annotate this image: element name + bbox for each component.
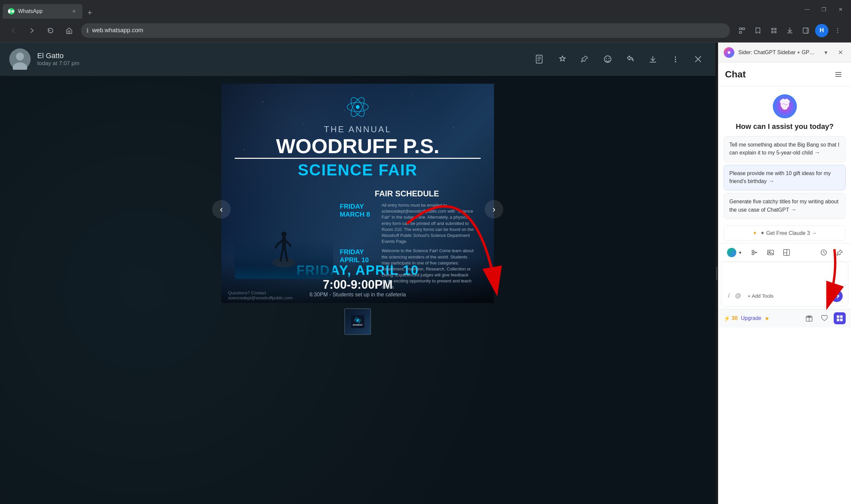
thumbnail-strip: WOODRUFF <box>221 308 494 335</box>
extensions-button[interactable] <box>767 24 781 37</box>
svg-point-12 <box>837 32 838 33</box>
poster-bottom-section: FAIR SCHEDULE FRIDAY MARCH 8 All entry f… <box>235 186 481 297</box>
send-button[interactable] <box>831 290 843 302</box>
svg-rect-4 <box>771 28 774 30</box>
chat-panel-header: Chat <box>719 62 851 86</box>
tab-bar: WhatsApp × + — ❐ ✕ <box>0 0 851 19</box>
whatsapp-favicon <box>8 8 15 15</box>
svg-rect-5 <box>774 28 777 30</box>
sidebar-toggle-button[interactable] <box>799 24 812 37</box>
layout-tool-button[interactable] <box>781 247 793 258</box>
home-button[interactable] <box>63 24 76 37</box>
sider-close-button[interactable]: ✕ <box>835 47 846 58</box>
puzzle-button[interactable] <box>834 312 846 324</box>
science-fair-poster: THE ANNUAL WOODRUFF P.S. SCIENCE FAIR <box>221 84 494 303</box>
svg-rect-8 <box>803 28 809 33</box>
lightning-icon: ⚡ <box>724 315 730 322</box>
chat-panel-menu-button[interactable] <box>832 69 844 80</box>
poster-event-name: SCIENCE FAIR <box>235 161 481 179</box>
contact-avatar <box>9 49 31 70</box>
credits-badge: ⚡ 30 <box>724 315 738 322</box>
pin-chat-button[interactable] <box>834 247 846 258</box>
chat-input-container: / @ + Add Tools <box>721 262 848 306</box>
schedule-item-1: FRIDAY MARCH 8 All entry forms must be e… <box>340 202 474 245</box>
suggestion-big-bang-text: Tell me something about the Big Bang so … <box>729 142 839 156</box>
slash-command-button[interactable]: / <box>727 291 731 301</box>
svg-point-14 <box>16 53 24 60</box>
panel-divider[interactable] <box>715 42 718 504</box>
svg-rect-59 <box>840 319 843 321</box>
mention-button[interactable]: @ <box>734 291 742 301</box>
suggestion-big-bang[interactable]: Tell me something about the Big Bang so … <box>724 136 846 162</box>
thumbnail-1[interactable]: WOODRUFF <box>344 308 371 335</box>
sider-bottom-bar: ⚡ 30 Upgrade ★ <box>719 309 851 328</box>
chat-area[interactable]: ‹ <box>0 76 715 504</box>
download-button[interactable] <box>645 51 661 67</box>
heart-button[interactable] <box>818 312 830 324</box>
profile-button[interactable]: H <box>815 24 828 37</box>
suggestion-gift-ideas[interactable]: Please provide me with 10 gift ideas for… <box>724 165 846 191</box>
whatsapp-area: El Gatto today at 7:07 pm <box>0 42 715 504</box>
chat-panel-title: Chat <box>725 69 746 80</box>
model-arrow-icon: ▾ <box>739 250 741 255</box>
svg-point-46 <box>752 253 754 255</box>
menu-button[interactable] <box>831 24 844 37</box>
main-content: El Gatto today at 7:07 pm <box>0 42 851 504</box>
history-button[interactable] <box>818 247 830 258</box>
minimize-button[interactable]: — <box>799 1 815 17</box>
suggestion-chatgpt-titles[interactable]: Generate five catchy titles for my writi… <box>724 193 846 219</box>
chat-panel: Chat <box>719 62 851 504</box>
maximize-button[interactable]: ❐ <box>816 1 832 17</box>
svg-rect-49 <box>783 250 790 255</box>
reload-button[interactable] <box>44 24 57 37</box>
reply-button[interactable] <box>622 51 638 67</box>
forward-button[interactable] <box>25 24 39 37</box>
sider-expand-button[interactable]: ▾ <box>820 47 831 58</box>
more-button[interactable] <box>668 51 684 67</box>
next-image-button[interactable]: › <box>485 200 503 219</box>
share-button[interactable] <box>735 24 749 37</box>
svg-point-27 <box>356 105 359 109</box>
svg-rect-2 <box>742 28 745 30</box>
prev-image-button[interactable]: ‹ <box>212 200 231 219</box>
whatsapp-tab[interactable]: WhatsApp × <box>3 4 83 19</box>
url-bar[interactable]: ℹ web.whatsapp.com <box>81 23 730 38</box>
emoji-button[interactable] <box>600 51 616 67</box>
scissors-tool-button[interactable] <box>749 247 761 258</box>
browser-actions: H <box>735 24 844 37</box>
ai-logo-area: How can I assist you today? <box>719 86 851 136</box>
svg-point-25 <box>675 59 676 60</box>
downloads-button[interactable] <box>783 24 797 37</box>
poster-school-name: WOODRUFF P.S. <box>235 136 481 159</box>
sider-panel: Sider: ChatGPT Sidebar + GPTs & GP... ▾ … <box>718 42 851 504</box>
address-bar: ℹ web.whatsapp.com H <box>0 19 851 42</box>
svg-point-10 <box>837 28 838 29</box>
schedule-desc-1: All entry forms must be emailed to scien… <box>382 202 474 245</box>
pin-button[interactable] <box>577 51 593 67</box>
model-selector[interactable]: ▾ <box>724 246 745 259</box>
gift-button[interactable] <box>803 312 815 324</box>
upgrade-button[interactable]: Upgrade <box>741 315 761 321</box>
chat-input[interactable] <box>727 266 843 286</box>
schedule-item-2: FRIDAY APRIL 10 Welcome to the Science F… <box>340 248 474 290</box>
svg-point-35 <box>357 319 359 321</box>
star-button[interactable] <box>554 51 570 67</box>
free-claude-banner[interactable]: ✦ ✦ Get Free Claude 3 → <box>724 226 846 240</box>
chat-toolbar: ▾ <box>719 243 851 262</box>
schedule-date-2: FRIDAY APRIL 10 <box>340 248 376 264</box>
back-button[interactable] <box>7 24 20 37</box>
new-tab-button[interactable]: + <box>84 7 96 19</box>
whatsapp-header: El Gatto today at 7:07 pm <box>0 42 715 76</box>
bookmark-button[interactable] <box>751 24 765 37</box>
close-chat-button[interactable] <box>690 51 706 67</box>
search-button[interactable] <box>532 51 548 67</box>
browser-window: WhatsApp × + — ❐ ✕ ℹ web.whatsapp.com <box>0 0 851 504</box>
close-button[interactable]: ✕ <box>832 1 848 17</box>
ai-logo <box>773 94 797 118</box>
tab-close-button[interactable]: × <box>71 7 77 16</box>
contact-info: El Gatto today at 7:07 pm <box>37 52 525 67</box>
security-icon: ℹ <box>86 27 89 34</box>
image-tool-button[interactable] <box>765 247 777 258</box>
svg-point-21 <box>606 58 607 59</box>
add-tools-button[interactable]: + Add Tools <box>745 292 776 300</box>
